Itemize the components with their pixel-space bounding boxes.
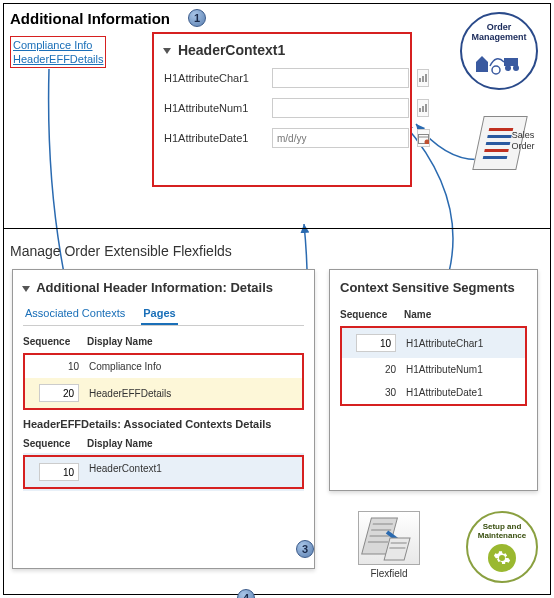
manage-title: Manage Order Extensible Flexfields xyxy=(10,243,232,259)
disclosure-icon[interactable] xyxy=(163,48,171,54)
section-title-text: Additional Information xyxy=(10,10,170,27)
top-panel: Additional Information 1 Compliance Info… xyxy=(4,4,550,229)
segment-row[interactable]: 20 H1AttributeNum1 xyxy=(342,358,525,381)
cell-seq: 30 xyxy=(342,387,406,398)
svg-point-12 xyxy=(505,65,511,71)
attr-label: H1AttributeDate1 xyxy=(164,132,264,144)
om-text-1: Order xyxy=(487,22,512,32)
col-sequence: Sequence xyxy=(340,309,404,320)
pages-row[interactable]: HeaderEFFDetails xyxy=(25,378,302,408)
cell-seq: 20 xyxy=(342,364,406,375)
header-context-title-text: HeaderContext1 xyxy=(178,42,285,58)
svg-rect-11 xyxy=(504,58,518,66)
om-icons xyxy=(474,48,524,76)
svg-rect-1 xyxy=(422,76,424,82)
callout-3: 3 xyxy=(296,540,314,558)
col-display-name: Display Name xyxy=(87,438,153,449)
svg-rect-5 xyxy=(425,104,427,112)
header-context-panel: HeaderContext1 H1AttributeChar1 H1Attrib… xyxy=(152,32,412,187)
bar-chart-icon[interactable] xyxy=(417,99,429,117)
right-card: Context Sensitive Segments Sequence Name… xyxy=(329,269,538,491)
pages-redbox: 10 Compliance Info HeaderEFFDetails xyxy=(23,353,304,410)
tabs: Associated Contexts Pages xyxy=(23,303,304,326)
attr-input-char1[interactable] xyxy=(272,68,409,88)
cell-seq xyxy=(25,463,89,481)
assoc-row-bg: HeaderContext1 xyxy=(23,453,304,491)
attr-label: H1AttributeNum1 xyxy=(164,102,264,114)
link-header-eff-details[interactable]: HeaderEFFDetails xyxy=(13,52,103,66)
assoc-grid-header: Sequence Display Name xyxy=(23,434,304,453)
assoc-redbox: HeaderContext1 xyxy=(23,455,304,489)
cell-seq: 10 xyxy=(25,361,89,372)
link-compliance-info[interactable]: Compliance Info xyxy=(13,38,103,52)
left-card-title-text: Additional Header Information: Details xyxy=(36,280,273,295)
tab-associated-contexts[interactable]: Associated Contexts xyxy=(23,303,127,325)
segments-redbox: H1AttributeChar1 20 H1AttributeNum1 30 H… xyxy=(340,326,527,406)
sales-order-label: SalesOrder xyxy=(506,130,540,152)
attr-row-num1: H1AttributeNum1 xyxy=(164,98,400,118)
cell-name: Compliance Info xyxy=(89,361,161,372)
om-text-2: Management xyxy=(471,32,526,42)
cell-seq xyxy=(25,384,89,402)
order-management-badge: Order Management xyxy=(460,12,538,90)
cell-name: H1AttributeChar1 xyxy=(406,338,483,349)
col-name: Name xyxy=(404,309,431,320)
svg-marker-10 xyxy=(476,56,488,62)
cell-name: H1AttributeDate1 xyxy=(406,387,483,398)
attr-label: H1AttributeChar1 xyxy=(164,72,264,84)
disclosure-icon[interactable] xyxy=(22,286,30,292)
bottom-panel: Manage Order Extensible Flexfields 2 Add… xyxy=(4,229,550,595)
setup-text-2: Maintenance xyxy=(478,531,526,540)
col-display-name: Display Name xyxy=(87,336,153,347)
svg-point-8 xyxy=(425,139,430,144)
segment-row[interactable]: 30 H1AttributeDate1 xyxy=(342,381,525,404)
cell-seq xyxy=(342,334,406,352)
svg-point-13 xyxy=(513,65,519,71)
svg-rect-3 xyxy=(419,108,421,112)
cell-name: HeaderContext1 xyxy=(89,463,162,481)
attr-row-date1: H1AttributeDate1 xyxy=(164,128,400,148)
attr-input-num1[interactable] xyxy=(272,98,409,118)
seq-input[interactable] xyxy=(356,334,396,352)
bar-chart-icon[interactable] xyxy=(417,69,429,87)
svg-rect-2 xyxy=(425,74,427,82)
gear-icon xyxy=(488,544,516,572)
segment-row[interactable]: H1AttributeChar1 xyxy=(342,328,525,358)
section-title: Additional Information xyxy=(10,10,170,27)
attr-row-char1: H1AttributeChar1 xyxy=(164,68,400,88)
cell-name: H1AttributeNum1 xyxy=(406,364,483,375)
manage-title-text: Manage Order Extensible Flexfields xyxy=(10,243,232,259)
links-box: Compliance Info HeaderEFFDetails xyxy=(10,36,106,68)
pages-row[interactable]: 10 Compliance Info xyxy=(25,355,302,378)
assoc-subheader: HeaderEFFDetails: Associated Contexts De… xyxy=(23,418,304,430)
header-context-title: HeaderContext1 xyxy=(164,42,400,58)
svg-rect-9 xyxy=(476,62,488,72)
callout-1: 1 xyxy=(188,9,206,27)
col-sequence: Sequence xyxy=(23,438,87,449)
left-card: Additional Header Information: Details 3… xyxy=(12,269,315,569)
setup-maintenance-badge: Setup and Maintenance xyxy=(466,511,538,583)
pages-grid-header: Sequence Display Name xyxy=(23,332,304,351)
flexfield-label: Flexfield xyxy=(353,568,425,579)
setup-text-1: Setup and xyxy=(483,522,522,531)
attr-input-date1[interactable] xyxy=(272,128,409,148)
col-sequence: Sequence xyxy=(23,336,87,347)
cell-name: HeaderEFFDetails xyxy=(89,388,171,399)
flexfield-icon xyxy=(358,511,420,565)
svg-rect-0 xyxy=(419,78,421,82)
svg-point-14 xyxy=(492,66,500,74)
flexfield-badge: Flexfield xyxy=(353,511,425,579)
tab-pages[interactable]: Pages xyxy=(141,303,177,325)
seq-input[interactable] xyxy=(39,384,79,402)
left-card-title: Additional Header Information: Details xyxy=(23,280,304,295)
segments-grid-header: Sequence Name xyxy=(340,305,527,324)
right-card-title: Context Sensitive Segments xyxy=(340,280,527,295)
calendar-icon[interactable] xyxy=(417,129,430,147)
seq-input[interactable] xyxy=(39,463,79,481)
callout-4: 4 xyxy=(237,589,255,598)
sales-order-badge: SalesOrder xyxy=(478,116,538,178)
svg-rect-4 xyxy=(422,106,424,112)
